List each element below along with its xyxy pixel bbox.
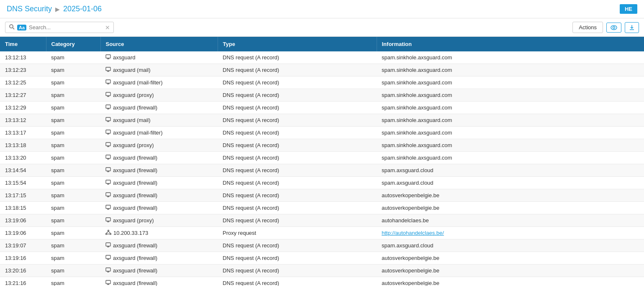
monitor-icon (105, 255, 111, 261)
monitor-icon (105, 280, 111, 286)
aa-badge: Aa (17, 25, 26, 31)
cell-category: spam (46, 264, 100, 277)
cell-category: spam (46, 277, 100, 286)
cell-info: spam.sinkhole.axsguard.com (377, 76, 644, 89)
cell-category: spam (46, 102, 100, 114)
monitor-icon (105, 92, 111, 98)
cell-category: spam (46, 227, 100, 239)
cell-info: autosverkopenbelgie.be (377, 252, 644, 264)
cell-type: DNS request (A record) (218, 277, 377, 286)
download-icon (629, 25, 635, 31)
monitor-icon (105, 192, 111, 198)
table-row: 13:18:15spam axsguard (firewall)DNS requ… (0, 202, 644, 214)
info-link[interactable]: http://autohandelclaes.be/ (382, 230, 444, 236)
cell-time: 13:13:17 (0, 127, 46, 139)
cell-category: spam (46, 51, 100, 64)
cell-time: 13:14:54 (0, 164, 46, 177)
table-row: 13:12:25spam axsguard (mail-filter)DNS r… (0, 76, 644, 89)
cell-type: DNS request (A record) (218, 114, 377, 127)
cell-source: axsguard (mail-filter) (100, 76, 218, 89)
cell-info: spam.sinkhole.axsguard.com (377, 51, 644, 64)
monitor-icon (105, 142, 111, 148)
table-row: 13:19:06spam 10.200.33.173Proxy requesth… (0, 227, 644, 239)
cell-category: spam (46, 64, 100, 76)
svg-rect-30 (106, 155, 110, 158)
cell-category: spam (46, 89, 100, 102)
cell-time: 13:18:15 (0, 202, 46, 214)
clear-search-icon[interactable]: ✕ (105, 24, 110, 31)
cell-time: 13:20:16 (0, 264, 46, 277)
cell-time: 13:12:29 (0, 102, 46, 114)
cell-source: axsguard (firewall) (100, 102, 218, 114)
table-row: 13:13:12spam axsguard (mail)DNS request … (0, 114, 644, 127)
monitor-icon (105, 130, 111, 136)
col-header-type: Type (218, 37, 377, 51)
table-container: Time Category Source Type Information 13… (0, 37, 644, 286)
table-row: 13:13:20spam axsguard (firewall)DNS requ… (0, 152, 644, 164)
search-input[interactable] (29, 24, 103, 31)
svg-rect-33 (106, 168, 110, 171)
cell-time: 13:13:20 (0, 152, 46, 164)
cell-category: spam (46, 239, 100, 252)
cell-info: spam.sinkhole.axsguard.com (377, 152, 644, 164)
cell-type: DNS request (A record) (218, 76, 377, 89)
cell-category: spam (46, 127, 100, 139)
table-row: 13:20:16spam axsguard (firewall)DNS requ… (0, 264, 644, 277)
svg-rect-21 (106, 117, 110, 121)
cell-type: Proxy request (218, 227, 377, 239)
dns-security-label: DNS Security (7, 5, 52, 13)
table-header-row: Time Category Source Type Information (0, 37, 644, 51)
download-button[interactable] (625, 22, 639, 33)
cell-source: axsguard (firewall) (100, 239, 218, 252)
cell-type: DNS request (A record) (218, 164, 377, 177)
svg-rect-36 (106, 180, 110, 183)
cell-category: spam (46, 139, 100, 152)
cell-time: 13:19:07 (0, 239, 46, 252)
table-row: 13:19:07spam axsguard (firewall)DNS requ… (0, 239, 644, 252)
svg-point-0 (10, 25, 13, 28)
cell-info: spam.sinkhole.axsguard.com (377, 127, 644, 139)
table-row: 13:19:06spam axsguard (proxy)DNS request… (0, 214, 644, 227)
table-row: 13:12:29spam axsguard (firewall)DNS requ… (0, 102, 644, 114)
view-button[interactable] (606, 23, 621, 33)
svg-point-48 (108, 230, 109, 231)
svg-point-50 (110, 234, 111, 235)
cell-time: 13:12:23 (0, 64, 46, 76)
table-row: 13:15:54spam axsguard (firewall)DNS requ… (0, 177, 644, 189)
cell-type: DNS request (A record) (218, 177, 377, 189)
he-button[interactable]: HE (620, 4, 637, 14)
cell-source: axsguard (mail) (100, 64, 218, 76)
svg-rect-27 (106, 142, 110, 146)
cell-category: spam (46, 152, 100, 164)
cell-source: axsguard (mail-filter) (100, 127, 218, 139)
cell-type: DNS request (A record) (218, 89, 377, 102)
toolbar-right: Actions (572, 22, 639, 33)
cell-type: DNS request (A record) (218, 189, 377, 202)
cell-category: spam (46, 177, 100, 189)
cell-info: spam.sinkhole.axsguard.com (377, 139, 644, 152)
cell-type: DNS request (A record) (218, 214, 377, 227)
cell-type: DNS request (A record) (218, 51, 377, 64)
cell-category: spam (46, 252, 100, 264)
dns-log-table: Time Category Source Type Information 13… (0, 37, 644, 286)
cell-info[interactable]: http://autohandelclaes.be/ (377, 227, 644, 239)
monitor-icon (105, 155, 111, 161)
monitor-icon (105, 117, 111, 123)
cell-category: spam (46, 214, 100, 227)
cell-category: spam (46, 189, 100, 202)
table-row: 13:13:18spam axsguard (proxy)DNS request… (0, 139, 644, 152)
cell-info: autosverkopenbelgie.be (377, 189, 644, 202)
cell-time: 13:12:13 (0, 51, 46, 64)
cell-source: axsguard (firewall) (100, 252, 218, 264)
cell-type: DNS request (A record) (218, 202, 377, 214)
cell-source: axsguard (firewall) (100, 189, 218, 202)
cell-source: axsguard (proxy) (100, 89, 218, 102)
actions-button[interactable]: Actions (572, 22, 603, 33)
svg-point-2 (611, 25, 617, 30)
svg-rect-24 (106, 130, 110, 133)
cell-type: DNS request (A record) (218, 239, 377, 252)
monitor-icon (105, 217, 111, 224)
cell-source: axsguard (proxy) (100, 214, 218, 227)
monitor-icon (105, 267, 111, 274)
cell-category: spam (46, 164, 100, 177)
